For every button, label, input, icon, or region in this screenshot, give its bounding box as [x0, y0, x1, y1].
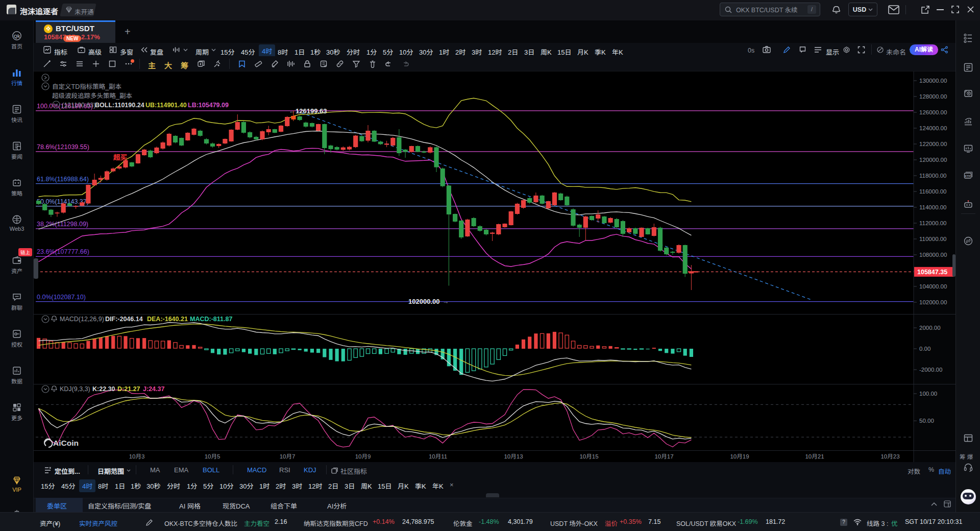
- svg-text:D:21.27: D:21.27: [117, 385, 140, 393]
- svg-text:126199.63: 126199.63: [296, 107, 327, 115]
- svg-text:110000.00: 110000.00: [919, 236, 947, 242]
- svg-text:自定义TD指标策略_副本: 自定义TD指标策略_副本: [52, 83, 122, 90]
- svg-text:23.6%(107777.66): 23.6%(107777.66): [37, 248, 89, 255]
- svg-text:LB:105479.09: LB:105479.09: [188, 102, 229, 109]
- svg-text:BOLL:110190.24: BOLL:110190.24: [95, 102, 144, 109]
- svg-text:10月11: 10月11: [429, 453, 447, 460]
- svg-text:Qk: Qk: [14, 33, 20, 39]
- svg-text:102000.00: 102000.00: [408, 298, 439, 305]
- svg-text:MACD(12,26,9): MACD(12,26,9): [60, 316, 104, 323]
- svg-text:10月3: 10月3: [129, 453, 145, 460]
- svg-text:114000.00: 114000.00: [919, 204, 947, 210]
- svg-text:(121190.63): (121190.63): [62, 102, 96, 109]
- svg-text:10月7: 10月7: [280, 453, 296, 460]
- svg-text:10月13: 10月13: [504, 453, 523, 460]
- svg-text:10月17: 10月17: [654, 453, 673, 460]
- svg-text:104000.00: 104000.00: [919, 283, 947, 289]
- svg-text:AiCoin: AiCoin: [53, 439, 79, 447]
- svg-text:100.00: 100.00: [919, 391, 937, 397]
- svg-text:112000.00: 112000.00: [919, 220, 947, 226]
- svg-text:10月19: 10月19: [730, 453, 749, 460]
- svg-text:10月23: 10月23: [880, 453, 899, 460]
- svg-text:10月5: 10月5: [205, 453, 220, 460]
- svg-text:ETF: ETF: [965, 175, 971, 178]
- svg-text:MACD:-811.87: MACD:-811.87: [190, 316, 232, 323]
- svg-text:38.2%(111298.09): 38.2%(111298.09): [37, 221, 88, 228]
- svg-text:118000.00: 118000.00: [919, 173, 947, 179]
- svg-text:126000.00: 126000.00: [919, 109, 947, 115]
- svg-text:105847.35: 105847.35: [917, 269, 947, 276]
- svg-text:-2000.00: -2000.00: [919, 367, 942, 373]
- svg-text:DEA:-1640.21: DEA:-1640.21: [147, 316, 188, 323]
- svg-text:10月21: 10月21: [805, 453, 824, 460]
- svg-text:61.8%(116988.64): 61.8%(116988.64): [37, 176, 89, 183]
- svg-text:108000.00: 108000.00: [919, 252, 947, 258]
- svg-text:124000.00: 124000.00: [919, 125, 947, 131]
- svg-text:UB:114901.40: UB:114901.40: [145, 102, 187, 109]
- svg-text:0.00: 0.00: [919, 346, 930, 352]
- svg-text:130000.00: 130000.00: [919, 78, 947, 84]
- svg-text:78.6%(121039.55): 78.6%(121039.55): [37, 143, 89, 151]
- svg-text:2000.00: 2000.00: [919, 325, 941, 331]
- svg-text:10月15: 10月15: [579, 453, 598, 460]
- svg-text:超级波段追踪多头策略_副本: 超级波段追踪多头策略_副本: [52, 92, 132, 100]
- svg-text:KDJ(9,3,3): KDJ(9,3,3): [60, 385, 90, 393]
- svg-text:超买: 超买: [113, 154, 127, 161]
- svg-text:120000.00: 120000.00: [919, 157, 947, 163]
- svg-text:50.00: 50.00: [919, 418, 934, 424]
- svg-text:128000.00: 128000.00: [919, 93, 947, 100]
- svg-text:←: ←: [289, 108, 296, 115]
- svg-text:10月9: 10月9: [355, 453, 371, 460]
- svg-text:K:22.30: K:22.30: [92, 385, 115, 393]
- svg-text:122000.00: 122000.00: [919, 141, 947, 147]
- svg-text:J:24.37: J:24.37: [143, 385, 164, 393]
- svg-text:DIF:-2046.14: DIF:-2046.14: [105, 316, 143, 323]
- svg-text:116000.00: 116000.00: [919, 188, 947, 195]
- svg-text:0.0%(102087.10): 0.0%(102087.10): [37, 294, 86, 301]
- svg-text:102000.00: 102000.00: [919, 299, 947, 305]
- svg-text:→: →: [443, 298, 449, 305]
